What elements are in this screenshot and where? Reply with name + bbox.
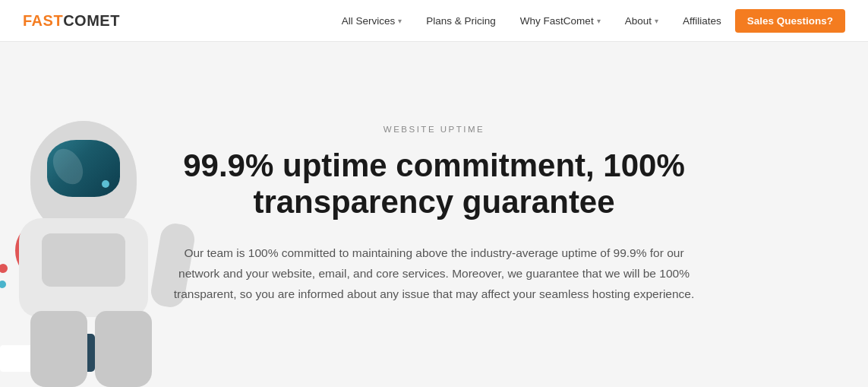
nav-label-why-fastcomet: Why FastComet xyxy=(520,15,594,27)
nav-item-plans-pricing[interactable]: Plans & Pricing xyxy=(415,9,507,33)
hero-eyebrow: WEBSITE UPTIME xyxy=(161,125,708,134)
chevron-down-icon: ▾ xyxy=(398,17,402,25)
sales-questions-button[interactable]: Sales Questions? xyxy=(735,9,845,33)
hero-title: 99.9% uptime commitment, 100% transparen… xyxy=(161,148,708,221)
nav-item-affiliates[interactable]: Affiliates xyxy=(672,9,732,33)
sidebar-dots xyxy=(0,264,8,288)
nav-label-about: About xyxy=(625,15,652,27)
leg-right xyxy=(95,311,152,387)
suit-legs xyxy=(30,311,152,387)
nav-label-plans-pricing: Plans & Pricing xyxy=(426,15,496,27)
hero-content: WEBSITE UPTIME 99.9% uptime commitment, … xyxy=(146,79,723,350)
nav-item-why-fastcomet[interactable]: Why FastComet ▾ xyxy=(510,9,611,33)
suit-chest xyxy=(42,233,125,287)
chevron-down-icon-2: ▾ xyxy=(597,17,601,25)
dot-blue xyxy=(0,281,6,288)
visor-dot xyxy=(102,180,109,188)
site-header: FASTCOMET All Services ▾ Plans & Pricing… xyxy=(0,0,868,42)
nav-label-affiliates: Affiliates xyxy=(683,15,721,27)
main-nav: All Services ▾ Plans & Pricing Why FastC… xyxy=(331,9,845,33)
nav-item-about[interactable]: About ▾ xyxy=(614,9,669,33)
nav-item-all-services[interactable]: All Services ▾ xyxy=(331,9,413,33)
suit-body xyxy=(19,218,148,317)
chevron-down-icon-3: ▾ xyxy=(655,17,658,25)
leg-left xyxy=(30,311,87,387)
hero-description: Our team is 100% committed to maintainin… xyxy=(169,243,700,304)
helmet-visor xyxy=(47,140,120,197)
dot-red xyxy=(0,264,8,273)
hero-section: WEBSITE UPTIME 99.9% uptime commitment, … xyxy=(0,42,868,387)
nav-label-all-services: All Services xyxy=(342,15,396,27)
sales-button-label: Sales Questions? xyxy=(747,15,833,27)
site-logo[interactable]: FASTCOMET xyxy=(23,12,120,30)
